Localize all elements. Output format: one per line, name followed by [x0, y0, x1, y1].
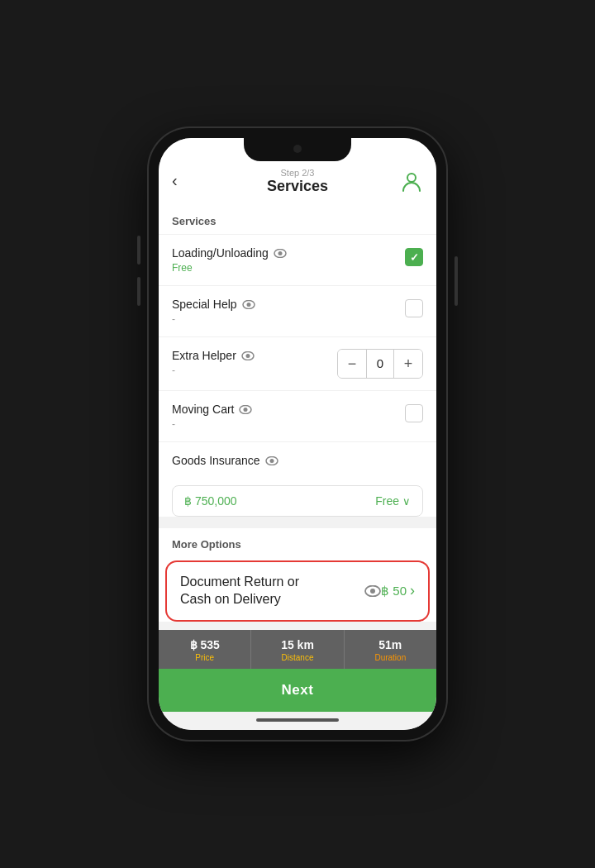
- duration-value: 51m: [348, 638, 433, 651]
- profile-icon[interactable]: [400, 169, 423, 193]
- content-area: Services Loading/Unloading Free: [159, 205, 436, 630]
- goods-insurance-info: Goods Insurance: [172, 454, 423, 467]
- stepper-plus-button[interactable]: +: [394, 350, 422, 378]
- services-section: Services Loading/Unloading Free: [159, 205, 436, 517]
- price-value: ฿ 535: [162, 638, 247, 651]
- doc-return-name: Document Return orCash on Delivery: [180, 574, 358, 608]
- loading-price: Free: [172, 262, 405, 274]
- special-help-row: Special Help -: [159, 286, 436, 337]
- doc-return-price: ฿ 50 ›: [381, 582, 415, 599]
- home-indicator: [159, 712, 436, 730]
- goods-insurance-name: Goods Insurance: [172, 454, 423, 467]
- extra-helper-eye-icon[interactable]: [241, 351, 255, 360]
- extra-helper-name: Extra Helper: [172, 349, 337, 362]
- stepper-value: 0: [366, 350, 394, 378]
- extra-helper-info: Extra Helper -: [172, 349, 337, 376]
- special-help-price: -: [172, 313, 405, 325]
- price-stat: ฿ 535 Price: [159, 630, 251, 669]
- distance-stat: 15 km Distance: [251, 630, 344, 669]
- goods-insurance-container: Goods Insurance ฿ 750,000 Free: [159, 442, 436, 517]
- loading-eye-icon[interactable]: [274, 249, 287, 258]
- goods-insurance-row: Goods Insurance: [159, 442, 436, 479]
- special-help-checkbox[interactable]: [405, 299, 423, 317]
- bottom-stats-bar: ฿ 535 Price 15 km Distance 51m Duration: [159, 630, 436, 669]
- back-button[interactable]: ‹: [172, 171, 178, 190]
- extra-helper-stepper: − 0 +: [337, 349, 423, 379]
- services-section-title: Services: [159, 205, 436, 235]
- loading-unloading-info: Loading/Unloading Free: [172, 246, 405, 274]
- moving-cart-checkbox[interactable]: [405, 404, 423, 422]
- svg-point-8: [244, 408, 248, 412]
- stepper-minus-button[interactable]: −: [338, 350, 366, 378]
- svg-point-6: [245, 354, 250, 358]
- moving-cart-price: -: [172, 418, 405, 430]
- loading-unloading-name: Loading/Unloading: [172, 246, 405, 260]
- moving-cart-info: Moving Cart -: [172, 403, 405, 430]
- more-options-title: More Options: [159, 528, 436, 557]
- moving-cart-row: Moving Cart -: [159, 391, 436, 442]
- duration-stat: 51m Duration: [345, 630, 436, 669]
- special-help-info: Special Help -: [172, 298, 405, 325]
- doc-return-row[interactable]: Document Return orCash on Delivery ฿ 50 …: [165, 560, 430, 622]
- moving-cart-eye-icon[interactable]: [239, 405, 252, 414]
- svg-point-12: [370, 589, 375, 594]
- loading-checkbox[interactable]: [405, 248, 423, 266]
- doc-return-info: Document Return orCash on Delivery: [180, 574, 381, 608]
- insurance-chevron-icon: ∨: [402, 495, 411, 508]
- special-help-name: Special Help: [172, 298, 405, 311]
- extra-helper-price: -: [172, 365, 337, 376]
- duration-label: Duration: [348, 653, 433, 662]
- more-options-section: More Options Document Return orCash on D…: [159, 528, 436, 622]
- insurance-selector[interactable]: ฿ 750,000 Free ∨: [172, 485, 423, 517]
- home-bar: [256, 718, 339, 722]
- svg-point-0: [407, 174, 416, 182]
- extra-helper-row: Extra Helper - − 0 +: [159, 337, 436, 391]
- insurance-amount: ฿ 750,000: [184, 494, 237, 508]
- distance-value: 15 km: [255, 638, 340, 651]
- doc-return-chevron-icon: ›: [410, 582, 415, 599]
- svg-point-10: [269, 459, 274, 463]
- doc-return-eye-icon: [364, 585, 381, 597]
- loading-unloading-row: Loading/Unloading Free: [159, 235, 436, 286]
- insurance-price: Free ∨: [375, 494, 411, 508]
- svg-point-2: [278, 251, 282, 255]
- distance-label: Distance: [255, 653, 340, 662]
- moving-cart-name: Moving Cart: [172, 403, 405, 416]
- step-indicator: Step 2/3: [159, 168, 436, 178]
- page-title: Services: [159, 178, 436, 195]
- price-label: Price: [162, 653, 247, 662]
- special-help-eye-icon[interactable]: [242, 300, 255, 309]
- goods-insurance-eye-icon[interactable]: [265, 456, 278, 465]
- next-button[interactable]: Next: [159, 669, 436, 712]
- svg-point-4: [246, 303, 250, 307]
